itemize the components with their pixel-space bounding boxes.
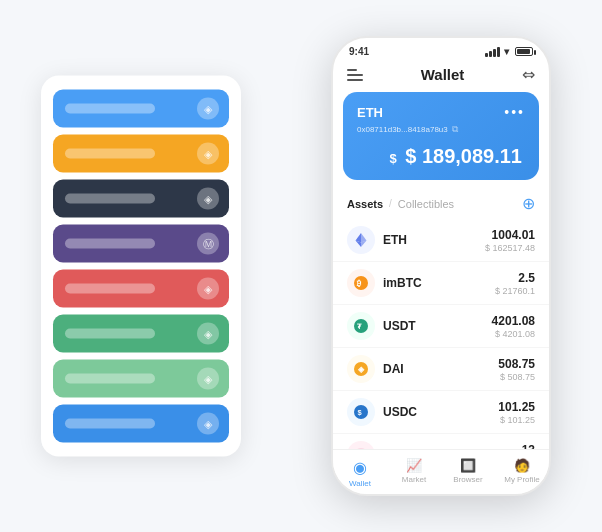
asset-usd-dai: $ 508.75 <box>498 372 535 382</box>
svg-point-4 <box>354 276 368 290</box>
asset-amount-usdt: 4201.08 <box>492 314 535 328</box>
browser-nav-icon: 🔲 <box>460 458 476 473</box>
assets-section: Assets / Collectibles ⊕ ETH 1004.01 $ 16… <box>333 190 549 449</box>
signal-icon <box>485 47 500 57</box>
asset-values-imbtc: 2.5 $ 21760.1 <box>495 271 535 296</box>
card-icon: ◈ <box>197 143 219 165</box>
hamburger-menu[interactable] <box>347 69 363 81</box>
card-stack: ◈ ◈ ◈ Ⓜ ◈ ◈ ◈ ◈ <box>41 76 241 457</box>
wallet-nav-label: Wallet <box>349 479 371 488</box>
browser-nav-label: Browser <box>453 475 482 484</box>
asset-list: ETH 1004.01 $ 162517.48 ₿ imBTC 2.5 $ 21… <box>333 219 549 449</box>
asset-row-eth[interactable]: ETH 1004.01 $ 162517.48 <box>333 219 549 262</box>
asset-amount-usdc: 101.25 <box>498 400 535 414</box>
card-label <box>65 104 155 114</box>
list-item[interactable]: Ⓜ <box>53 225 229 263</box>
asset-usd-imbtc: $ 21760.1 <box>495 286 535 296</box>
card-label <box>65 239 155 249</box>
asset-row-usdt[interactable]: ₮ USDT 4201.08 $ 4201.08 <box>333 305 549 348</box>
assets-header: Assets / Collectibles ⊕ <box>333 190 549 219</box>
phone-mockup: 9:41 ▾ Wallet ⇔ <box>331 36 551 496</box>
svg-text:◈: ◈ <box>357 365 365 374</box>
wifi-icon: ▾ <box>504 46 509 57</box>
svg-point-6 <box>354 319 368 333</box>
card-label <box>65 284 155 294</box>
usdc-icon: $ <box>347 398 375 426</box>
tft-icon: 🌿 <box>347 441 375 449</box>
eth-ticker: ETH <box>357 105 383 120</box>
eth-balance: $ $ 189,089.11 <box>357 145 525 168</box>
dai-icon: ◈ <box>347 355 375 383</box>
list-item[interactable]: ◈ <box>53 270 229 308</box>
status-bar: 9:41 ▾ <box>333 38 549 61</box>
nav-item-browser[interactable]: 🔲 Browser <box>441 458 495 488</box>
asset-usd-usdc: $ 101.25 <box>498 415 535 425</box>
card-label <box>65 149 155 159</box>
list-item[interactable]: ◈ <box>53 360 229 398</box>
nav-header: Wallet ⇔ <box>333 61 549 92</box>
nav-item-market[interactable]: 📈 Market <box>387 458 441 488</box>
list-item[interactable]: ◈ <box>53 315 229 353</box>
usdt-icon: ₮ <box>347 312 375 340</box>
card-icon: ◈ <box>197 188 219 210</box>
asset-values-eth: 1004.01 $ 162517.48 <box>485 228 535 253</box>
eth-menu-dots[interactable]: ••• <box>504 104 525 120</box>
asset-usd-eth: $ 162517.48 <box>485 243 535 253</box>
market-nav-label: Market <box>402 475 426 484</box>
asset-amount-dai: 508.75 <box>498 357 535 371</box>
tab-separator: / <box>389 198 392 209</box>
tab-collectibles[interactable]: Collectibles <box>398 198 454 210</box>
asset-row-usdc[interactable]: $ USDC 101.25 $ 101.25 <box>333 391 549 434</box>
add-asset-button[interactable]: ⊕ <box>522 194 535 213</box>
card-icon: Ⓜ <box>197 233 219 255</box>
time-display: 9:41 <box>349 46 369 57</box>
scene: ◈ ◈ ◈ Ⓜ ◈ ◈ ◈ ◈ <box>21 21 581 511</box>
asset-amount-imbtc: 2.5 <box>495 271 535 285</box>
market-nav-icon: 📈 <box>406 458 422 473</box>
eth-card-header: ETH ••• <box>357 104 525 120</box>
card-icon: ◈ <box>197 413 219 435</box>
card-icon: ◈ <box>197 323 219 345</box>
asset-name-usdt: USDT <box>383 319 492 333</box>
card-label <box>65 374 155 384</box>
card-label <box>65 329 155 339</box>
asset-name-eth: ETH <box>383 233 485 247</box>
status-icons: ▾ <box>485 46 533 57</box>
assets-tabs: Assets / Collectibles <box>347 198 454 210</box>
asset-row-dai[interactable]: ◈ DAI 508.75 $ 508.75 <box>333 348 549 391</box>
card-icon: ◈ <box>197 368 219 390</box>
asset-row-imbtc[interactable]: ₿ imBTC 2.5 $ 21760.1 <box>333 262 549 305</box>
asset-name-usdc: USDC <box>383 405 498 419</box>
asset-amount-eth: 1004.01 <box>485 228 535 242</box>
asset-name-imbtc: imBTC <box>383 276 495 290</box>
asset-row-tft[interactable]: 🌿 TFT 13 0 <box>333 434 549 449</box>
eth-card[interactable]: ETH ••• 0x08711d3b...8418a78u3 ⧉ $ $ 189… <box>343 92 539 180</box>
asset-values-dai: 508.75 $ 508.75 <box>498 357 535 382</box>
list-item[interactable]: ◈ <box>53 90 229 128</box>
page-title: Wallet <box>421 66 465 83</box>
list-item[interactable]: ◈ <box>53 135 229 173</box>
copy-icon[interactable]: ⧉ <box>452 124 458 135</box>
asset-name-dai: DAI <box>383 362 498 376</box>
battery-icon <box>515 47 533 56</box>
profile-nav-icon: 🧑 <box>514 458 530 473</box>
asset-values-usdt: 4201.08 $ 4201.08 <box>492 314 535 339</box>
card-icon: ◈ <box>197 98 219 120</box>
asset-values-usdc: 101.25 $ 101.25 <box>498 400 535 425</box>
wallet-nav-icon: ◉ <box>353 458 367 477</box>
asset-usd-usdt: $ 4201.08 <box>492 329 535 339</box>
nav-item-wallet[interactable]: ◉ Wallet <box>333 458 387 488</box>
tab-assets[interactable]: Assets <box>347 198 383 210</box>
expand-icon[interactable]: ⇔ <box>522 65 535 84</box>
card-label <box>65 419 155 429</box>
card-label <box>65 194 155 204</box>
nav-item-profile[interactable]: 🧑 My Profile <box>495 458 549 488</box>
list-item[interactable]: ◈ <box>53 405 229 443</box>
imbtc-icon: ₿ <box>347 269 375 297</box>
list-item[interactable]: ◈ <box>53 180 229 218</box>
bottom-nav: ◉ Wallet 📈 Market 🔲 Browser 🧑 My Profile <box>333 449 549 494</box>
eth-address: 0x08711d3b...8418a78u3 ⧉ <box>357 124 525 135</box>
card-icon: ◈ <box>197 278 219 300</box>
currency-symbol: $ <box>389 151 396 166</box>
eth-icon <box>347 226 375 254</box>
